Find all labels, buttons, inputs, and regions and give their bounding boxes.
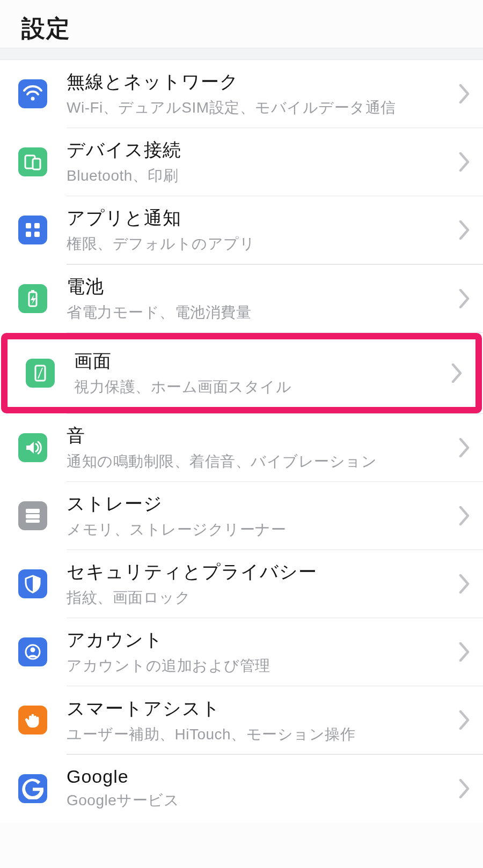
item-subtitle: ユーザー補助、HiTouch、モーション操作 [67, 724, 452, 745]
google-icon [18, 774, 47, 803]
settings-item-display[interactable]: 画面視力保護、ホーム画面スタイル [8, 339, 475, 407]
settings-header: 設定 [0, 0, 483, 48]
chevron-right-icon [458, 710, 470, 730]
settings-item-storage[interactable]: ストレージメモリ、ストレージクリーナー [0, 482, 483, 550]
shield-icon [18, 569, 47, 598]
item-subtitle: アカウントの追加および管理 [67, 656, 452, 676]
item-text: GoogleGoogleサービス [67, 766, 458, 811]
chevron-right-icon [458, 438, 470, 457]
settings-list: 無線とネットワークWi-Fi、デュアルSIM設定、モバイルデータ通信デバイス接続… [0, 60, 483, 822]
settings-item-battery[interactable]: 電池省電力モード、電池消費量 [0, 265, 483, 332]
item-title: ストレージ [67, 492, 452, 516]
chevron-right-icon [451, 363, 463, 383]
wifi-icon [18, 79, 47, 108]
item-text: スマートアシストユーザー補助、HiTouch、モーション操作 [67, 696, 458, 745]
storage-icon [18, 501, 47, 530]
hand-icon [18, 706, 47, 735]
item-subtitle: 視力保護、ホーム画面スタイル [74, 377, 444, 397]
settings-item-wireless[interactable]: 無線とネットワークWi-Fi、デュアルSIM設定、モバイルデータ通信 [0, 60, 483, 128]
item-title: アカウント [67, 628, 452, 652]
item-text: アプリと通知権限、デフォルトのアプリ [67, 206, 458, 254]
item-subtitle: Googleサービス [67, 790, 452, 811]
chevron-right-icon [458, 152, 470, 172]
item-title: セキュリティとプライバシー [67, 560, 452, 584]
item-title: 音 [67, 424, 452, 448]
chevron-right-icon [458, 779, 470, 798]
settings-item-security[interactable]: セキュリティとプライバシー指紋、画面ロック [0, 550, 483, 618]
item-text: デバイス接続Bluetooth、印刷 [67, 138, 458, 186]
item-title: デバイス接続 [67, 138, 452, 162]
item-subtitle: 省電力モード、電池消費量 [67, 302, 452, 323]
item-title: 電池 [67, 275, 452, 299]
item-subtitle: 通知の鳴動制限、着信音、バイブレーション [67, 451, 452, 472]
settings-item-apps[interactable]: アプリと通知権限、デフォルトのアプリ [0, 196, 483, 264]
chevron-right-icon [458, 220, 470, 240]
item-title: 無線とネットワーク [67, 70, 452, 94]
display-icon [26, 359, 55, 388]
settings-item-devices[interactable]: デバイス接続Bluetooth、印刷 [0, 128, 483, 196]
item-text: 無線とネットワークWi-Fi、デュアルSIM設定、モバイルデータ通信 [67, 70, 458, 118]
battery-icon [18, 284, 47, 313]
item-title: 画面 [74, 349, 444, 374]
item-text: 電池省電力モード、電池消費量 [67, 275, 458, 323]
item-title: スマートアシスト [67, 696, 452, 721]
settings-item-google[interactable]: GoogleGoogleサービス [0, 755, 483, 822]
sound-icon [18, 433, 47, 462]
chevron-right-icon [458, 506, 470, 525]
item-text: ストレージメモリ、ストレージクリーナー [67, 492, 458, 540]
chevron-right-icon [458, 574, 470, 593]
item-subtitle: Wi-Fi、デュアルSIM設定、モバイルデータ通信 [67, 98, 452, 118]
section-gap [0, 48, 483, 60]
item-text: 音通知の鳴動制限、着信音、バイブレーション [67, 424, 458, 472]
user-icon [18, 637, 47, 666]
item-title: アプリと通知 [67, 206, 452, 231]
page-title: 設定 [21, 13, 462, 44]
item-text: セキュリティとプライバシー指紋、画面ロック [67, 560, 458, 608]
settings-item-sound[interactable]: 音通知の鳴動制限、着信音、バイブレーション [0, 414, 483, 481]
item-subtitle: 権限、デフォルトのアプリ [67, 234, 452, 254]
chevron-right-icon [458, 84, 470, 103]
highlight-border: 画面視力保護、ホーム画面スタイル [1, 333, 482, 413]
item-title: Google [67, 766, 452, 787]
chevron-right-icon [458, 289, 470, 308]
devices-icon [18, 147, 47, 176]
item-subtitle: メモリ、ストレージクリーナー [67, 520, 452, 540]
item-text: 画面視力保護、ホーム画面スタイル [74, 349, 451, 397]
item-subtitle: Bluetooth、印刷 [67, 166, 452, 186]
item-subtitle: 指紋、画面ロック [67, 588, 452, 608]
settings-item-smart[interactable]: スマートアシストユーザー補助、HiTouch、モーション操作 [0, 686, 483, 754]
item-text: アカウントアカウントの追加および管理 [67, 628, 458, 676]
settings-item-accounts[interactable]: アカウントアカウントの追加および管理 [0, 618, 483, 686]
chevron-right-icon [458, 642, 470, 662]
apps-icon [18, 216, 47, 244]
